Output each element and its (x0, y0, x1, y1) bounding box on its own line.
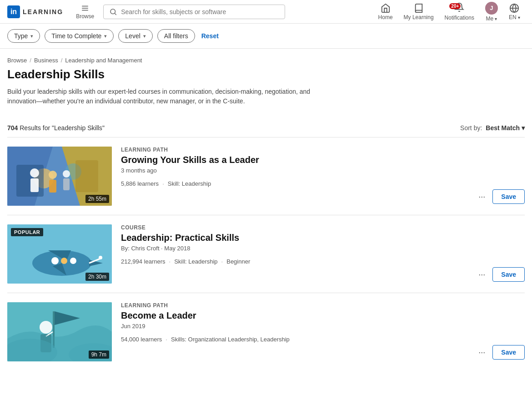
course-skill-2: Skill: Leadership (174, 258, 217, 265)
filter-time-label: Time to Complete (51, 32, 101, 40)
svg-point-14 (30, 168, 39, 178)
course-title-3[interactable]: Become a Leader (121, 310, 467, 321)
nav-language-label: EN ▾ (509, 14, 520, 20)
chevron-down-icon: ▾ (30, 33, 33, 39)
sort-area: Sort by: Best Match ▾ (460, 124, 525, 132)
svg-point-28 (70, 258, 76, 264)
page-description: Build your leadership skills with our ex… (7, 87, 316, 106)
filter-level-label: Level (125, 32, 140, 40)
course-stats-2: 212,994 learners · Skill: Leadership · B… (121, 258, 467, 265)
logo-area: in LEARNING (7, 5, 63, 18)
nav-my-learning[interactable]: My Learning (399, 1, 438, 22)
nav-notifications-label: Notifications (445, 15, 474, 21)
course-actions-2: ··· Save (476, 267, 525, 282)
course-thumbnail-3[interactable]: 9h 7m (7, 302, 112, 361)
course-title-1[interactable]: Growing Your Skills as a Leader (121, 155, 467, 165)
svg-point-16 (49, 171, 57, 179)
filter-bar: Type ▾ Time to Complete ▾ Level ▾ All fi… (0, 24, 532, 49)
search-bar[interactable] (103, 5, 285, 19)
course-duration-1: 2h 55m (85, 195, 109, 203)
more-options-button-3[interactable]: ··· (476, 346, 488, 359)
nav-my-learning-label: My Learning (404, 14, 434, 20)
browse-button[interactable]: Browse (72, 2, 98, 21)
filter-type-button[interactable]: Type ▾ (7, 29, 40, 43)
course-actions-3: ··· Save (476, 345, 525, 360)
course-thumbnail-2[interactable]: POPULAR 2h 30m (7, 224, 112, 284)
chevron-down-icon: ▾ (104, 33, 107, 39)
results-label: Results for "Leadership Skills" (20, 124, 105, 132)
course-info-2: COURSE Leadership: Practical Skills By: … (121, 224, 467, 265)
more-options-button-2[interactable]: ··· (476, 268, 488, 281)
svg-point-35 (40, 321, 52, 334)
course-learners-2: 212,994 learners (121, 258, 166, 265)
filter-all-button[interactable]: All filters (157, 29, 195, 43)
nav-home[interactable]: Home (374, 1, 397, 22)
nav-me-label: Me ▾ (486, 15, 497, 22)
save-button-3[interactable]: Save (492, 345, 525, 360)
logo-in-text: in (10, 8, 17, 16)
course-title-2[interactable]: Leadership: Practical Skills (121, 233, 467, 243)
course-list: 2h 55m LEARNING PATH Growing Your Skills… (0, 137, 532, 371)
course-thumbnail-1[interactable]: 2h 55m (7, 147, 112, 206)
course-meta-1: 3 months ago (121, 167, 467, 174)
breadcrumb: Browse / Business / Leadership and Manag… (7, 57, 525, 64)
svg-rect-17 (49, 180, 56, 193)
course-skill-1: Skill: Leadership (168, 180, 211, 187)
sort-label: Sort by: (460, 124, 482, 132)
svg-rect-15 (30, 178, 39, 192)
table-row: 2h 55m LEARNING PATH Growing Your Skills… (7, 137, 525, 215)
search-input[interactable] (121, 8, 279, 15)
course-meta-3: Jun 2019 (121, 323, 467, 330)
results-bar: 704 Results for "Leadership Skills" Sort… (0, 119, 532, 137)
svg-point-27 (61, 258, 67, 264)
sort-dropdown[interactable]: Best Match ▾ (486, 124, 525, 132)
linkedin-logo-icon: in (7, 5, 20, 18)
more-options-button-1[interactable]: ··· (476, 190, 488, 203)
separator: · (162, 180, 164, 187)
svg-point-18 (63, 170, 70, 178)
table-row: POPULAR 2h 30m COURSE Leadership: Practi… (7, 215, 525, 293)
avatar: J (485, 2, 498, 15)
svg-point-26 (51, 257, 59, 264)
sort-value-text: Best Match (486, 124, 520, 132)
separator: · (169, 258, 171, 265)
nav-language[interactable]: EN ▾ (504, 1, 525, 22)
breadcrumb-browse[interactable]: Browse (7, 57, 27, 64)
breadcrumb-sep-2: / (61, 57, 63, 64)
breadcrumb-sep-1: / (30, 57, 31, 64)
results-number: 704 (7, 124, 18, 132)
svg-rect-11 (16, 165, 44, 197)
breadcrumb-current: Leadership and Management (65, 57, 142, 64)
save-button-2[interactable]: Save (492, 267, 525, 282)
svg-point-30 (99, 256, 102, 259)
filter-level-button[interactable]: Level ▾ (118, 29, 152, 43)
nav-home-label: Home (378, 14, 393, 20)
chevron-down-icon: ▾ (143, 33, 146, 39)
nav-notifications[interactable]: 20+ Notifications (440, 0, 479, 23)
sort-chevron-icon: ▾ (522, 124, 525, 132)
book-icon (414, 3, 424, 13)
search-icon (109, 8, 117, 16)
home-icon (381, 3, 391, 13)
course-badge-2: POPULAR (11, 228, 43, 236)
breadcrumb-business[interactable]: Business (34, 57, 58, 64)
course-duration-3: 9h 7m (89, 350, 109, 359)
nav-me[interactable]: J Me ▾ (481, 0, 502, 24)
course-learners-3: 54,000 learners (121, 336, 162, 343)
breadcrumb-area: Browse / Business / Leadership and Manag… (0, 49, 532, 119)
page-title: Leadership Skills (7, 67, 525, 81)
course-level-2: Beginner (226, 258, 250, 265)
header: in LEARNING Browse Home My Learning (0, 0, 532, 24)
table-row: 9h 7m LEARNING PATH Become a Leader Jun … (7, 293, 525, 371)
filter-type-label: Type (14, 32, 28, 40)
course-info-3: LEARNING PATH Become a Leader Jun 2019 5… (121, 302, 467, 343)
reset-button[interactable]: Reset (200, 30, 221, 42)
filter-time-button[interactable]: Time to Complete ▾ (45, 29, 114, 43)
notification-badge: 20+ (449, 3, 461, 9)
menu-icon (81, 4, 89, 12)
save-button-1[interactable]: Save (492, 189, 525, 204)
course-type-2: COURSE (121, 224, 467, 231)
logo-text: LEARNING (23, 8, 63, 15)
filter-all-label: All filters (164, 32, 188, 40)
course-type-1: LEARNING PATH (121, 147, 467, 153)
